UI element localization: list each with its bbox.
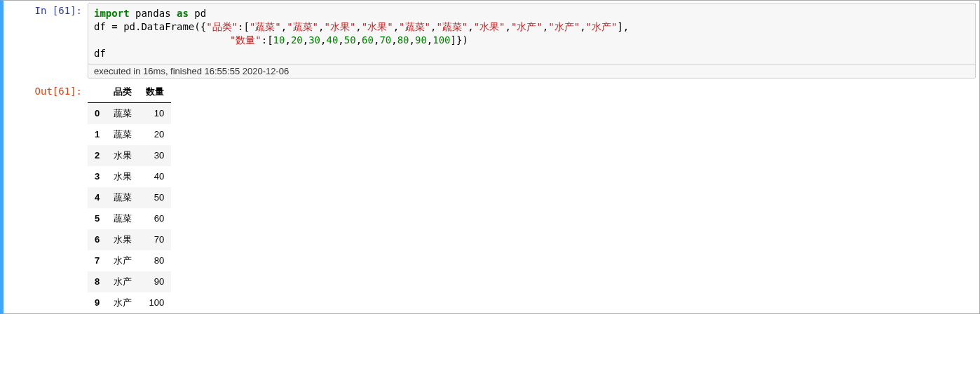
cell-quantity: 80 [139, 250, 171, 271]
num-literal: 10 [273, 34, 285, 46]
comma: , [409, 34, 415, 46]
str-literal: "水产" [586, 21, 618, 32]
str-literal: "蔬菜" [250, 21, 281, 32]
kw-as: as [177, 8, 189, 19]
num-literal: 100 [433, 34, 450, 46]
row-index: 8 [88, 271, 107, 292]
cell-quantity: 100 [139, 292, 171, 313]
cell-content: import pandas as pd df = pd.DataFrame({"… [88, 1, 979, 313]
close2: ]}) [451, 34, 468, 46]
key2: "数量" [230, 34, 261, 46]
cell-category: 蔬菜 [107, 124, 139, 145]
input-area[interactable]: import pandas as pd df = pd.DataFrame({"… [88, 3, 976, 79]
cell-category: 水果 [107, 145, 139, 166]
comma: , [356, 34, 362, 46]
cell-quantity: 40 [139, 166, 171, 187]
row-index: 9 [88, 292, 107, 313]
cell-quantity: 70 [139, 229, 171, 250]
comma: , [543, 21, 548, 32]
col-header-1: 数量 [139, 81, 171, 103]
last-line: df [94, 48, 106, 59]
code-editor[interactable]: import pandas as pd df = pd.DataFrame({"… [88, 4, 975, 64]
num-literal: 80 [397, 34, 409, 46]
vals2: 10,20,30,40,50,60,70,80,90,100 [273, 34, 451, 46]
comma: , [393, 21, 399, 32]
comma: , [355, 21, 361, 32]
row-index: 7 [88, 250, 107, 271]
cell-quantity: 60 [139, 208, 171, 229]
str-literal: "水果" [362, 21, 393, 32]
col-header-0: 品类 [107, 81, 139, 103]
table-row: 5蔬菜60 [88, 208, 171, 229]
colon2: :[ [261, 34, 273, 46]
str-literal: "水产" [511, 21, 543, 32]
index-header [88, 81, 107, 103]
cell-quantity: 90 [139, 271, 171, 292]
comma: , [303, 34, 308, 46]
cell-category: 水产 [107, 250, 139, 271]
row-index: 4 [88, 187, 107, 208]
str-literal: "水产" [548, 21, 580, 32]
cell-category: 水果 [107, 166, 139, 187]
num-literal: 70 [379, 34, 391, 46]
num-literal: 20 [291, 34, 303, 46]
row-index: 1 [88, 124, 107, 145]
execution-status: executed in 16ms, finished 16:55:55 2020… [88, 64, 975, 78]
pd-call: pd.DataFrame({ [123, 21, 206, 32]
cell-quantity: 50 [139, 187, 171, 208]
str-literal: "蔬菜" [399, 21, 430, 32]
comma: , [468, 21, 473, 32]
colon1: :[ [238, 21, 250, 32]
row-index: 5 [88, 208, 107, 229]
str-literal: "水果" [324, 21, 355, 32]
cell-category: 蔬菜 [107, 187, 139, 208]
cell-quantity: 20 [139, 124, 171, 145]
indent2 [94, 34, 230, 46]
table-row: 6水果70 [88, 229, 171, 250]
comma: , [281, 21, 287, 32]
cell-quantity: 30 [139, 145, 171, 166]
row-index: 6 [88, 229, 107, 250]
output-area: 品类 数量 0蔬菜101蔬菜202水果303水果404蔬菜505蔬菜606水果7… [88, 81, 171, 313]
cell-quantity: 10 [139, 102, 171, 124]
mod-pd: pd [194, 8, 206, 19]
comma: , [338, 34, 343, 46]
dataframe-table: 品类 数量 0蔬菜101蔬菜202水果303水果404蔬菜505蔬菜606水果7… [88, 81, 171, 313]
table-row: 9水产100 [88, 292, 171, 313]
notebook-cell: In [61]: import pandas as pd df = pd.Dat… [0, 0, 980, 314]
cell-category: 水产 [107, 292, 139, 313]
comma: , [580, 21, 585, 32]
table-row: 3水果40 [88, 166, 171, 187]
num-literal: 50 [344, 34, 356, 46]
str-literal: "水果" [474, 21, 505, 32]
num-literal: 90 [415, 34, 427, 46]
table-row: 4蔬菜50 [88, 187, 171, 208]
cell-category: 水果 [107, 229, 139, 250]
num-literal: 40 [326, 34, 338, 46]
key1: "品类" [206, 21, 238, 32]
str-literal: "蔬菜" [287, 21, 318, 32]
row-index: 3 [88, 166, 107, 187]
table-row: 2水果30 [88, 145, 171, 166]
output-prompt: Out[61]: [4, 81, 88, 313]
comma: , [285, 34, 290, 46]
cell-category: 水产 [107, 271, 139, 292]
table-row: 7水产80 [88, 250, 171, 271]
output-row: Out[61]: 品类 数量 0蔬菜101蔬菜202水果303水果404蔬菜50… [88, 81, 979, 313]
table-row: 8水产90 [88, 271, 171, 292]
row-index: 2 [88, 145, 107, 166]
comma: , [427, 34, 433, 46]
num-literal: 60 [362, 34, 374, 46]
num-literal: 30 [308, 34, 320, 46]
vals1: "蔬菜","蔬菜","水果","水果","蔬菜","蔬菜","水果","水产",… [250, 21, 618, 32]
row-index: 0 [88, 102, 107, 124]
str-literal: "蔬菜" [436, 21, 468, 32]
cell-category: 蔬菜 [107, 102, 139, 124]
mod-pandas: pandas [135, 8, 171, 19]
comma: , [505, 21, 511, 32]
eq: = [106, 21, 123, 32]
table-row: 0蔬菜10 [88, 102, 171, 124]
kw-import: import [94, 8, 130, 19]
close1: ], [617, 21, 629, 32]
comma: , [391, 34, 397, 46]
